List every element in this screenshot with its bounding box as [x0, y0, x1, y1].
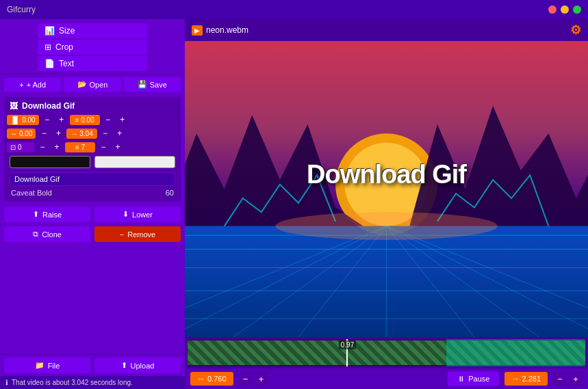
param3-minus[interactable]: −	[36, 141, 49, 153]
bottom-controls: ↔ 0.760 − + ⏸ Pause → 2.281 − +	[185, 368, 588, 389]
text-button[interactable]: 📄 Text	[38, 56, 147, 71]
upload-icon: ⬆	[121, 361, 127, 370]
toolbar-row: + + Add 📂 Open 💾 Save	[0, 74, 185, 94]
text-content-input[interactable]	[10, 172, 175, 186]
maximize-button[interactable]	[573, 5, 581, 14]
param3b-plus[interactable]: +	[112, 141, 124, 153]
file-button[interactable]: 📁 File	[4, 358, 90, 373]
download-gif-section: 🖼 Download Gif ▐▌ 0.00 − + ≡ 0.00 − +	[4, 97, 181, 201]
info-icon: ℹ	[5, 379, 8, 386]
open-icon: 📂	[77, 80, 87, 89]
width-icon: ↔	[10, 130, 17, 137]
param3-plus[interactable]: +	[51, 141, 63, 153]
param3-value: ≡ 7	[65, 142, 95, 152]
minimize-button[interactable]	[561, 5, 569, 14]
end-time-icon: →	[511, 375, 519, 383]
upload-button[interactable]: ⬆ Upload	[94, 358, 181, 373]
download-gif-header: 🖼 Download Gif	[7, 100, 178, 112]
close-button[interactable]	[548, 5, 557, 14]
param2-plus[interactable]: +	[52, 127, 64, 139]
font-name-label: Caveat Bold	[11, 189, 52, 197]
filter-icon: ≡	[75, 116, 79, 124]
crop-icon: ⊞	[44, 42, 51, 52]
start-time-icon: ↔	[197, 375, 205, 383]
video-preview: Download Gif	[185, 41, 588, 337]
remove-button[interactable]: − Remove	[94, 226, 181, 242]
param2b-minus[interactable]: −	[99, 127, 112, 139]
param1-plus[interactable]: +	[55, 113, 68, 126]
end-time-plus[interactable]: +	[569, 372, 583, 386]
param2-value: → 3.04	[66, 129, 97, 139]
end-time-value: 2.281	[522, 375, 541, 383]
top-buttons-group: 📊 Size ⊞ Crop 📄 Text	[0, 19, 185, 74]
file-type-icon: ▶	[192, 25, 203, 36]
lower-button[interactable]: ⬇ Lower	[94, 206, 181, 222]
start-time-value: 0.760	[207, 375, 227, 383]
timeline-track[interactable]: 0.97	[188, 339, 585, 366]
timeline-area: 0.97	[185, 337, 588, 368]
add-button[interactable]: + + Add	[4, 78, 61, 92]
start-time-controls: − +	[239, 372, 268, 386]
start-time-plus[interactable]: +	[255, 372, 268, 386]
left-panel: 📊 Size ⊞ Crop 📄 Text + + Add 📂 Open	[0, 19, 185, 389]
download-gif-title: Download Gif	[22, 101, 75, 111]
param2b-plus[interactable]: +	[114, 127, 126, 139]
video-header: ▶ neon.webm ⚙	[185, 19, 588, 41]
end-time-controls: − +	[553, 372, 583, 386]
info-bar: ℹ That video is about 3.042 seconds long…	[0, 376, 185, 389]
param1-minus[interactable]: −	[41, 113, 53, 126]
color-swatch-white[interactable]	[94, 156, 175, 168]
start-time-box: ↔ 0.760	[190, 372, 233, 386]
raise-button[interactable]: ⬆ Raise	[4, 206, 90, 222]
crop-button[interactable]: ⊞ Crop	[38, 40, 147, 55]
param-row-2: ↔ 0.00 − + → 3.04 − +	[7, 127, 178, 139]
add-icon: +	[19, 81, 23, 89]
timeline-time-label: 0.97	[339, 340, 356, 349]
arrow-right-icon: →	[71, 130, 77, 137]
text-input-row	[7, 171, 178, 187]
raise-lower-row: ⬆ Raise ⬇ Lower	[0, 204, 185, 225]
param1b-plus[interactable]: +	[116, 113, 129, 126]
size-button[interactable]: 📊 Size	[38, 23, 147, 38]
clone-icon: ⧉	[33, 230, 38, 239]
file-icon: 📁	[35, 361, 44, 370]
pause-button[interactable]: ⏸ Pause	[448, 371, 499, 386]
start-time-minus[interactable]: −	[239, 372, 253, 386]
app-title: Gifcurry	[7, 5, 36, 14]
param1-label: ▐▌ 0.00	[7, 115, 39, 125]
clone-button[interactable]: ⧉ Clone	[4, 226, 90, 242]
param-row-3: ⊡ 0 − + ≡ 7 − +	[7, 141, 178, 153]
raise-icon: ⬆	[33, 210, 39, 219]
timeline-teal-overlay	[446, 339, 585, 366]
param1b-minus[interactable]: −	[102, 113, 114, 126]
save-button[interactable]: 💾 Save	[124, 77, 181, 92]
clone-remove-row: ⧉ Clone − Remove	[0, 225, 185, 246]
pause-icon: ⏸	[457, 375, 465, 383]
param1-value: ≡ 0.00	[70, 115, 100, 125]
open-button[interactable]: 📂 Open	[64, 77, 120, 92]
param2-label: ↔ 0.00	[7, 129, 36, 139]
param3b-minus[interactable]: −	[97, 141, 110, 153]
file-upload-row: 📁 File ⬆ Upload	[0, 355, 185, 376]
waveform-icon: ▐▌	[10, 116, 20, 124]
param2-minus[interactable]: −	[38, 127, 50, 139]
lines-icon: ≡	[75, 144, 79, 151]
color-swatch-black[interactable]	[10, 156, 90, 168]
filename-label: neon.webm	[206, 25, 248, 35]
param3-label: ⊡ 0	[7, 142, 34, 152]
param-row-1: ▐▌ 0.00 − + ≡ 0.00 − +	[7, 113, 178, 126]
app-logo: ⚙	[570, 23, 581, 38]
font-size-label: 60	[166, 189, 174, 197]
lower-icon: ⬇	[123, 210, 129, 219]
font-row: Caveat Bold 60	[7, 187, 178, 198]
end-time-minus[interactable]: −	[553, 372, 567, 386]
save-icon: 💾	[138, 80, 147, 89]
text-icon: 📄	[44, 59, 55, 68]
main-container: 📊 Size ⊞ Crop 📄 Text + + Add 📂 Open	[0, 19, 588, 389]
gif-title-overlay: Download Gif	[307, 159, 466, 189]
end-time-box: → 2.281	[504, 372, 548, 386]
remove-icon: −	[120, 230, 124, 239]
video-filename-row: ▶ neon.webm	[192, 25, 248, 36]
titlebar: Gifcurry	[0, 0, 588, 19]
color-row	[10, 156, 175, 168]
